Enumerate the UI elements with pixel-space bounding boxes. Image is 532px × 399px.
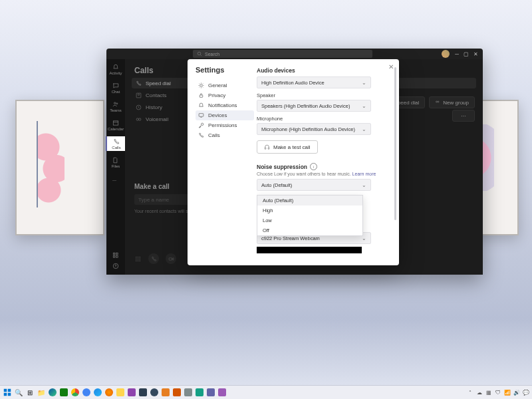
svg-point-3: [116, 102, 118, 104]
titlebar: Search ─ ▢ ✕: [106, 49, 483, 59]
svg-rect-38: [8, 389, 11, 392]
start-button[interactable]: [3, 388, 12, 397]
more-icon: ⋯: [112, 178, 119, 184]
rail-files[interactable]: Files: [106, 155, 125, 170]
taskbar-app-1[interactable]: [59, 388, 68, 397]
taskbar-app-11[interactable]: [217, 388, 227, 397]
nav-devices-label: Devices: [208, 112, 227, 118]
rail-calls[interactable]: Calls: [106, 136, 126, 151]
rail-activity-label: Activity: [109, 71, 122, 75]
rail-calendar[interactable]: Calendar: [106, 118, 125, 132]
audio-device-select[interactable]: High Definition Audio Device⌄: [257, 76, 371, 88]
nav-permissions[interactable]: Permissions: [196, 120, 254, 130]
rail-teams[interactable]: Teams: [106, 99, 125, 114]
app-rail: Activity Chat Teams Calendar Calls Files…: [106, 59, 125, 275]
noise-option-auto-default-[interactable]: Auto (Default): [257, 196, 362, 205]
svg-rect-4: [113, 120, 118, 124]
speaker-select[interactable]: Speakers (High Definition Audio Device)⌄: [257, 100, 371, 112]
window-minimize[interactable]: ─: [454, 51, 460, 57]
desktop-photo-left: [15, 100, 104, 235]
search-icon: [197, 51, 202, 57]
tray-action-center-icon[interactable]: 💬: [523, 389, 529, 396]
chevron-down-icon: ⌄: [362, 80, 366, 86]
taskbar-app-8[interactable]: [172, 388, 182, 397]
tray-sound-icon[interactable]: 🔊: [513, 389, 520, 396]
settings-nav: General Privacy Notifications Devices Pe…: [196, 80, 254, 140]
noise-suppression-value: Auto (Default): [261, 182, 292, 188]
tray-app-icon[interactable]: ▦: [485, 389, 492, 396]
svg-text:?: ?: [115, 264, 117, 268]
learn-more-link[interactable]: Learn more: [352, 172, 376, 176]
taskbar-teams[interactable]: [206, 388, 215, 397]
settings-scrollbar[interactable]: [394, 67, 396, 256]
nav-general-label: General: [208, 82, 227, 88]
nav-privacy[interactable]: Privacy: [196, 90, 254, 100]
svg-point-34: [201, 123, 203, 125]
info-icon[interactable]: i: [310, 163, 317, 170]
rail-teams-label: Teams: [110, 108, 122, 112]
taskbar-edge-2[interactable]: [93, 388, 102, 397]
audio-device-value: High Definition Audio Device: [261, 80, 325, 86]
tray-wifi-icon[interactable]: 📶: [504, 389, 511, 396]
chevron-down-icon: ⌄: [362, 103, 366, 109]
tray-onedrive-icon[interactable]: ☁: [476, 389, 483, 396]
settings-dialog: ✕ Settings General Privacy Notifications…: [188, 59, 399, 265]
audio-devices-heading: Audio devices: [257, 67, 388, 74]
svg-line-1: [201, 55, 202, 57]
rail-calls-label: Calls: [112, 146, 120, 150]
test-call-label: Make a test call: [273, 144, 311, 150]
rail-calendar-label: Calendar: [108, 127, 124, 131]
taskbar-app-7[interactable]: [161, 388, 170, 397]
noise-option-off[interactable]: Off: [257, 225, 362, 235]
nav-notifications[interactable]: Notifications: [196, 100, 254, 110]
apps-icon[interactable]: [112, 252, 119, 259]
nav-general[interactable]: General: [196, 80, 254, 90]
taskbar-app-6[interactable]: [150, 388, 159, 397]
rail-more[interactable]: ⋯: [106, 174, 125, 188]
svg-rect-39: [4, 393, 7, 396]
help-icon[interactable]: ?: [112, 263, 119, 269]
rail-bottom: ?: [106, 252, 125, 269]
taskbar-app-10[interactable]: [195, 388, 204, 397]
global-search[interactable]: Search: [193, 50, 372, 58]
nav-notifications-label: Notifications: [208, 102, 237, 108]
taskbar-taskview[interactable]: ⊞: [25, 388, 35, 397]
taskbar-app-9[interactable]: [184, 388, 193, 397]
nav-privacy-label: Privacy: [208, 92, 225, 98]
tray-up-icon[interactable]: ˄: [467, 389, 473, 396]
taskbar-app-3[interactable]: [116, 388, 125, 397]
rail-files-label: Files: [112, 164, 120, 168]
taskbar-chrome[interactable]: [70, 388, 80, 397]
noise-option-low[interactable]: Low: [257, 215, 362, 225]
headset-icon: [264, 144, 270, 150]
taskbar-search[interactable]: 🔍: [14, 388, 23, 397]
tray-security-icon[interactable]: 🛡: [495, 389, 501, 396]
noise-suppression-dropdown: Auto (Default)HighLowOff: [257, 195, 363, 236]
nav-calls-label: Calls: [208, 132, 220, 138]
settings-title: Settings: [196, 66, 254, 74]
taskbar-edge[interactable]: [48, 388, 57, 397]
chevron-down-icon: ⌄: [362, 126, 366, 132]
taskbar-app-5[interactable]: [138, 388, 148, 397]
noise-help-text: Choose Low if you want others to hear mu…: [257, 172, 351, 176]
noise-option-high[interactable]: High: [257, 205, 362, 215]
nav-devices[interactable]: Devices: [196, 110, 254, 120]
rail-chat[interactable]: Chat: [106, 80, 125, 95]
system-tray: ˄ ☁ ▦ 🛡 📶 🔊 💬: [467, 389, 529, 396]
svg-rect-6: [113, 253, 115, 255]
window-close[interactable]: ✕: [472, 51, 479, 57]
taskbar-app-4[interactable]: [127, 388, 136, 397]
svg-point-0: [198, 52, 201, 55]
microphone-select[interactable]: Microphone (High Definition Audio Device…: [257, 123, 371, 135]
nav-calls[interactable]: Calls: [196, 130, 254, 140]
rail-activity[interactable]: Activity: [106, 62, 125, 76]
avatar[interactable]: [442, 50, 450, 58]
window-maximize[interactable]: ▢: [463, 51, 469, 57]
rail-chat-label: Chat: [112, 90, 120, 94]
noise-suppression-select[interactable]: Auto (Default)⌄: [257, 179, 371, 191]
taskbar-app-2[interactable]: [82, 388, 91, 397]
test-call-button[interactable]: Make a test call: [257, 140, 318, 154]
taskbar-explorer[interactable]: 📁: [37, 388, 46, 397]
taskbar-firefox[interactable]: [104, 388, 114, 397]
svg-rect-7: [116, 253, 118, 255]
